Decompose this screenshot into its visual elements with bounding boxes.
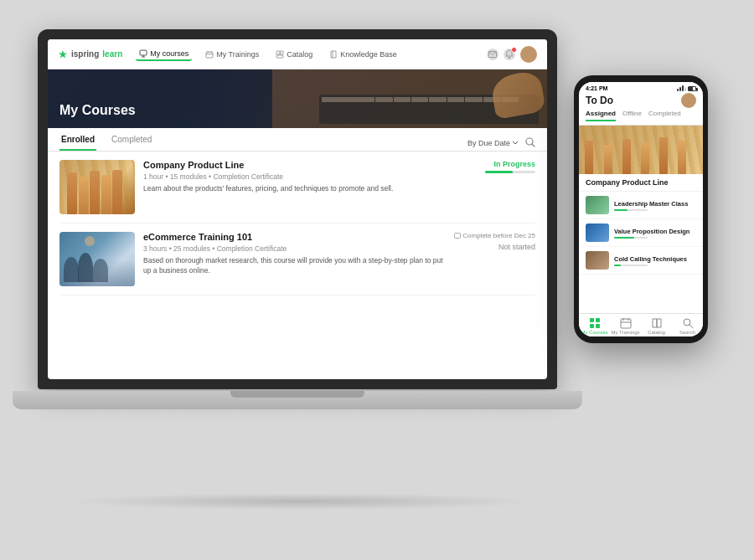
phone-nav-my-trainings[interactable]: My Trainings [610,317,641,335]
tabs-bar: Enrolled Completed By Due Date [48,128,547,152]
phone-nav-label-0: My Courses [581,330,607,335]
phone-tab-assigned[interactable]: Assigned [586,110,616,121]
grid-icon [589,317,601,329]
search-icon[interactable] [525,137,535,149]
course-status-0: In Progress [485,160,535,214]
course-title-0: Company Product Line [143,160,477,170]
hero-banner: My Courses [48,69,547,128]
course-status-1: Complete before Dec 25 Not started [454,232,535,286]
course-title-1: eCommerce Training 101 [143,232,446,242]
shadow [67,493,536,510]
phone-tab-completed[interactable]: Completed [648,110,681,121]
signal-icon [677,85,686,91]
search-nav-icon [682,317,694,329]
phone-item-info-1: Value Proposition Design [614,228,696,239]
svg-rect-9 [276,55,283,58]
phone-item-fill-1 [614,237,634,239]
nav-item-my-courses[interactable]: My courses [136,48,192,61]
phone-list-item-2[interactable]: Cold Calling Techniques [579,247,703,275]
nav-item-knowledge-base[interactable]: Knowledge Base [326,49,400,60]
phone-item-info-0: Leadership Master Class [614,200,696,211]
svg-rect-15 [455,233,461,238]
phone-thumb-2 [586,251,609,270]
phone-tabs: Assigned Offline Completed [579,110,703,126]
nav-item-my-trainings[interactable]: My Trainings [202,49,262,60]
tab-completed[interactable]: Completed [110,135,153,151]
course-card: Company Product Line 1 hour • 15 modules… [59,160,535,223]
phone-nav-label-2: Catalog [648,330,665,335]
laptop-screen: ispringlearn My courses My Trainings [38,29,557,389]
sort-label: By Due Date [467,139,510,147]
svg-rect-17 [596,318,600,322]
course-card-1: eCommerce Training 101 3 hours • 25 modu… [59,232,535,295]
hero-title: My Courses [59,103,136,118]
laptop-screen-inner: ispringlearn My courses My Trainings [48,39,547,379]
phone-item-title-1: Value Proposition Design [614,228,696,235]
course-info-1: eCommerce Training 101 3 hours • 25 modu… [143,232,446,286]
course-image-meeting [59,232,135,286]
phone-nav-catalog[interactable]: Catalog [641,317,672,335]
svg-rect-20 [621,319,631,328]
phone-screen: 4:21 PM To Do Assigned [579,82,703,337]
nav-my-trainings-label: My Trainings [216,50,259,59]
sort-button[interactable]: By Due Date [467,139,519,147]
phone-featured-course-image [579,126,703,174]
hero-hand-area [272,69,547,128]
phone-item-fill-0 [614,209,627,211]
user-avatar[interactable] [520,46,537,63]
phone-item-title-0: Leadership Master Class [614,200,696,208]
progress-fill-0 [485,171,513,173]
phone-time: 4:21 PM [586,85,607,91]
notification-badge [513,47,517,51]
phone-item-progress-1 [614,237,648,239]
phone-list-item-1[interactable]: Value Proposition Design [579,219,703,247]
phone-item-progress-2 [614,265,648,266]
phone-nav-search[interactable]: Search [672,317,703,335]
lms-app: ispringlearn My courses My Trainings [48,39,547,379]
catalog-icon [276,50,284,59]
nav-item-catalog[interactable]: Catalog [272,49,316,60]
battery-icon [688,86,696,91]
phone-user-avatar[interactable] [681,93,696,108]
phone-nav-my-courses[interactable]: My Courses [579,317,610,335]
tab-enrolled[interactable]: Enrolled [59,135,96,151]
phone-header-area: To Do [579,93,703,110]
nav-items: My courses My Trainings Catalog [136,48,473,61]
phone-item-title-2: Cold Calling Techniques [614,255,696,263]
nav-catalog-label: Catalog [287,50,312,59]
course-list: Company Product Line 1 hour • 15 modules… [48,152,547,304]
logo: ispringlearn [58,49,122,59]
svg-line-14 [532,144,535,146]
laptop: ispringlearn My courses My Trainings [38,29,591,481]
message-icon [454,233,461,239]
phone-nav-label-1: My Trainings [611,330,639,335]
course-desc-0: Learn about the products' features, pric… [143,184,477,194]
phone-thumb-1 [586,223,609,242]
book-nav-icon [651,317,663,329]
laptop-base [13,391,582,409]
nav-knowledge-base-label: Knowledge Base [340,50,397,59]
notification-bell-icon[interactable] [504,49,515,60]
phone-featured-course-title: Company Product Line [579,174,703,192]
phone-item-info-2: Cold Calling Techniques [614,255,696,266]
main-content: Enrolled Completed By Due Date [48,128,547,379]
phone-nav-label-3: Search [679,330,695,335]
course-meta-0: 1 hour • 15 modules • Completion Certifi… [143,172,477,181]
logo-ispring-text: ispring [71,49,99,59]
phone-tab-offline[interactable]: Offline [622,110,642,121]
phone-status-bar: 4:21 PM [579,82,703,93]
sort-area: By Due Date [467,137,535,149]
due-date-label: Complete before Dec 25 [462,232,535,239]
status-label-1: Not started [454,243,535,251]
mail-icon[interactable] [487,49,498,60]
svg-rect-3 [206,52,213,58]
course-desc-1: Based on thorough market research, this … [143,256,446,276]
chevron-down-icon [512,141,519,145]
nav-my-courses-label: My courses [150,49,188,58]
book-icon [329,50,338,59]
phone-bottom-nav: My Courses My Trainings Catalog [579,313,703,337]
course-image-bottles [59,160,135,214]
phone-list-item-0[interactable]: Leadership Master Class [579,192,703,219]
svg-line-25 [689,325,693,328]
course-thumbnail-1 [59,232,135,286]
